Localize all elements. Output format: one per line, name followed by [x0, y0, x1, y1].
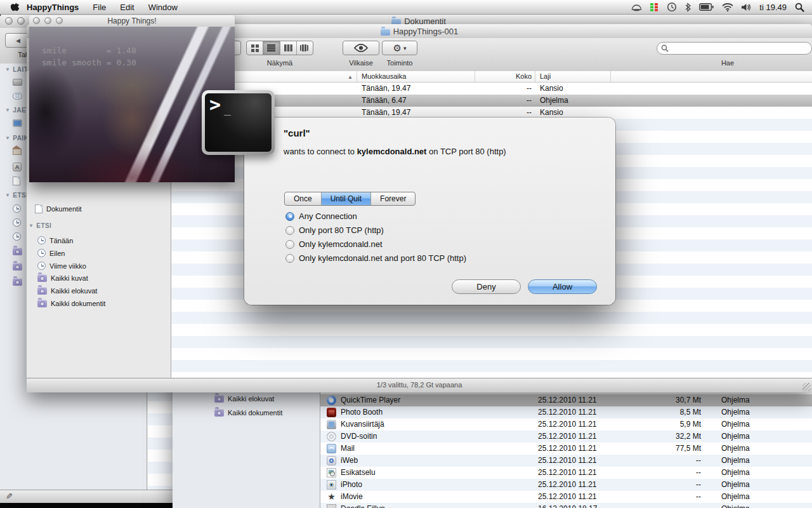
sidebar-item-pastweek[interactable] [13, 232, 21, 241]
volume-icon[interactable] [742, 3, 751, 11]
column-view-button[interactable] [280, 41, 296, 55]
sidebar-item-today[interactable] [13, 204, 21, 213]
sidebar-item-today[interactable]: Tänään [37, 236, 73, 244]
apple-menu[interactable] [0, 1, 20, 13]
sidebar-item-yesterday[interactable] [13, 218, 21, 227]
action-button[interactable]: ⚙ ▾ [382, 41, 417, 55]
smart-folder-icon [13, 263, 22, 271]
sidebar-item-idisk[interactable] [13, 93, 22, 100]
sidebar-item-documents[interactable] [13, 177, 20, 185]
table-row[interactable]: Doodle Fillun16.12.2010 18.17 Ohjelma [320, 503, 812, 508]
sidebar-item-allimages[interactable] [13, 248, 22, 255]
iphoto-icon [327, 480, 336, 490]
status-text: 1/3 valittu, 78,2 Gt vapaana [377, 381, 462, 389]
table-row[interactable]: Mail25.12.2010 11.21 77,5 MtOhjelma [320, 443, 812, 455]
column-header-size[interactable]: Koko [478, 72, 532, 80]
preview-icon [327, 468, 336, 478]
display-icon [13, 119, 22, 127]
chevron-down-icon: ▾ [403, 45, 407, 51]
grid-view-icon [251, 44, 259, 52]
clock-icon [13, 218, 21, 227]
table-row[interactable]: iPhoto25.12.2010 11.21 --Ohjelma [320, 479, 812, 491]
disclosure-icon[interactable]: ▼ [5, 67, 10, 72]
sidebar-item-allmovies[interactable]: Kaikki elokuvat [214, 395, 274, 403]
bluetooth-icon[interactable] [685, 3, 691, 12]
view-switcher[interactable] [246, 41, 313, 55]
coverflow-view-icon [300, 44, 310, 51]
table-row[interactable]: ★ iMovie25.12.2010 11.21 --Ohjelma [320, 491, 812, 503]
duration-once[interactable]: Once [285, 192, 321, 205]
table-row[interactable]: Kuvansiirtäjä25.12.2010 11.21 5,9 MtOhje… [320, 418, 812, 431]
sidebar-item-shared-computer[interactable] [13, 119, 22, 127]
radio-icon[interactable] [285, 226, 294, 235]
disclosure-icon[interactable]: ▼ [5, 192, 10, 198]
network-monitor-icon[interactable] [650, 3, 658, 12]
app-menu[interactable]: HappyThings [20, 3, 86, 12]
smile-overlay: smile = 1.48smile smooth = 0.30 [42, 44, 136, 69]
sidebar-section-search: ▼ETSI [5, 192, 28, 199]
menu-clock[interactable]: ti 19.49 [759, 3, 787, 12]
menu-edit[interactable]: Edit [113, 3, 141, 12]
doodle-icon [327, 504, 336, 508]
scope-option-any[interactable]: Any Connection [285, 211, 357, 221]
disclosure-icon[interactable]: ▼ [5, 135, 10, 141]
sidebar-item-alldocuments[interactable] [13, 278, 22, 286]
smart-folder-icon [214, 395, 224, 403]
list-view-button[interactable] [263, 41, 279, 55]
pencil-icon[interactable]: ✎ [6, 491, 13, 501]
eye-icon [354, 44, 368, 52]
battery-icon[interactable] [699, 3, 714, 11]
webcam-titlebar[interactable]: Happy Things! [29, 15, 235, 27]
clock-icon [13, 204, 21, 213]
sidebar-item-applications[interactable]: A [13, 163, 22, 171]
coverflow-view-button[interactable] [296, 41, 313, 55]
duration-until-quit[interactable]: Until Quit [321, 192, 370, 205]
sidebar-item-documents[interactable]: Dokumentit [35, 204, 82, 213]
sidebar-item-allimages[interactable]: Kaikki kuvat [37, 274, 88, 282]
folder-icon [381, 29, 390, 36]
radio-icon[interactable] [285, 254, 294, 263]
table-row[interactable]: Photo Booth25.12.2010 11.21 8,5 MtOhjelm… [320, 406, 812, 418]
sidebar-item-pastweek[interactable]: Viime viikko [37, 262, 86, 270]
column-header-modified[interactable]: Muokkausaika [362, 72, 406, 80]
allow-button[interactable]: Allow [528, 279, 597, 294]
scope-option-host-and-port[interactable]: Only kylemcdonald.net and port 80 TCP (h… [285, 253, 466, 263]
little-snitch-menu-icon[interactable] [631, 3, 642, 11]
menu-bar: HappyThings File Edit Window ti 19.49 [0, 0, 812, 15]
smart-folder-icon [37, 287, 47, 295]
spotlight-icon[interactable] [795, 3, 804, 12]
table-row[interactable]: DVD-soitin25.12.2010 11.21 32,2 MtOhjelm… [320, 431, 812, 443]
wifi-icon[interactable] [722, 3, 733, 11]
mail-icon [327, 444, 336, 453]
menu-window[interactable]: Window [141, 3, 185, 12]
sidebar-item-yesterday[interactable]: Eilen [37, 249, 65, 257]
apple-icon [10, 1, 20, 13]
table-row[interactable]: Esikatselu25.12.2010 11.21 --Ohjelma [320, 467, 812, 479]
table-row[interactable]: QuickTime Player25.12.2010 11.21 30,7 Mt… [320, 394, 812, 406]
resize-grip[interactable] [802, 383, 811, 391]
radio-icon[interactable] [285, 240, 294, 249]
icon-view-button[interactable] [247, 41, 263, 55]
quicktime-icon [327, 396, 336, 405]
radio-selected-icon[interactable] [285, 212, 294, 221]
sidebar-item-alldocuments[interactable]: Kaikki dokumentit [214, 409, 282, 417]
sidebar-item-home[interactable] [13, 146, 22, 155]
disclosure-icon[interactable]: ▼ [5, 107, 10, 113]
sidebar-item-allmovies[interactable]: Kaikki elokuvat [37, 287, 97, 295]
column-header-kind[interactable]: Laji [540, 72, 551, 80]
sort-ascending-icon[interactable]: ▲ [348, 74, 353, 80]
search-input[interactable] [657, 42, 812, 55]
table-row[interactable]: iWeb25.12.2010 11.21 --Ohjelma [320, 455, 812, 467]
sidebar-item-harddisk[interactable] [13, 79, 22, 86]
menu-file[interactable]: File [86, 3, 113, 12]
duration-segmented-control[interactable]: Once Until Quit Forever [284, 192, 416, 206]
scope-option-host[interactable]: Only kylemcdonald.net [285, 239, 383, 249]
sidebar-item-alldocuments[interactable]: Kaikki dokumentit [37, 300, 105, 307]
quicklook-button[interactable] [343, 41, 379, 55]
time-machine-icon[interactable] [667, 2, 677, 12]
deny-button[interactable]: Deny [452, 279, 521, 294]
scope-option-port[interactable]: Only port 80 TCP (http) [285, 225, 384, 235]
disclosure-icon[interactable]: ▼ [29, 223, 34, 229]
sidebar-item-allmovies[interactable] [13, 263, 22, 271]
duration-forever[interactable]: Forever [370, 192, 415, 205]
